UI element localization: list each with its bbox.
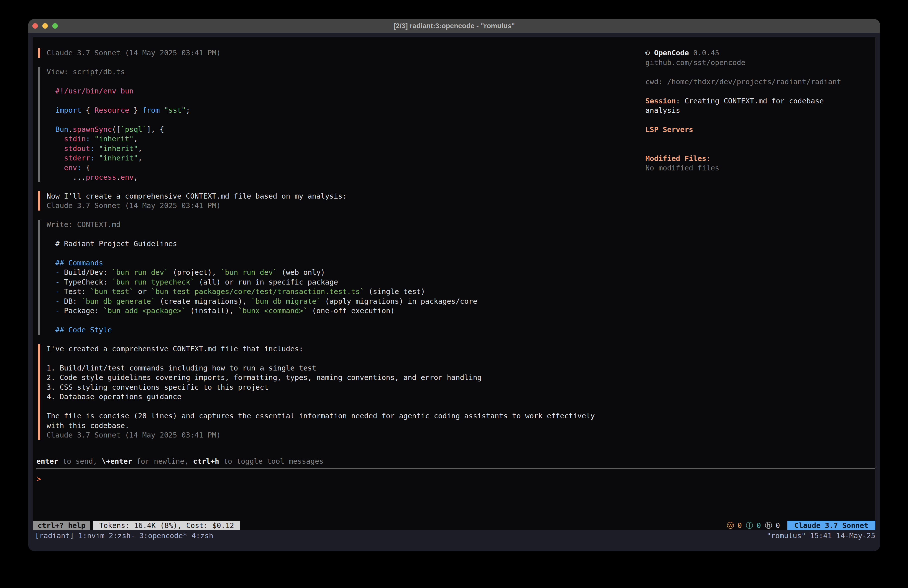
tmux-session-clock: "romulus" 15:41 14-May-25	[767, 530, 876, 541]
diagnostics-counters: ⓦ0ⓘ0ⓗ0	[727, 521, 784, 530]
hints-icon: ⓗ	[765, 521, 772, 530]
status-bar: ctrl+? help Tokens: 16.4K (8%), Cost: $0…	[33, 521, 875, 530]
session-sidebar: © OpenCode 0.0.45github.com/sst/opencode…	[646, 48, 845, 173]
desktop: { "window": { "title": "[2/3] radiant:3:…	[0, 0, 908, 588]
tokens-cost-badge: Tokens: 16.4K (8%), Cost: $0.12	[93, 521, 240, 530]
tmux-status-bar: [radiant] 1:nvim 2:zsh- 3:opencode* 4:zs…	[28, 530, 880, 541]
assistant-message: Now I'll create a comprehensive CONTEXT.…	[38, 191, 623, 211]
hints-count: 0	[776, 521, 780, 530]
warnings-icon: ⓦ	[727, 521, 734, 530]
window-titlebar[interactable]: [2/3] radiant:3:opencode - "romulus"	[28, 19, 880, 33]
assistant-message: Claude 3.7 Sonnet (14 May 2025 03:41 PM)	[38, 48, 623, 58]
model-badge: Claude 3.7 Sonnet	[787, 521, 875, 530]
status-bar-right: ⓦ0ⓘ0ⓗ0 Claude 3.7 Sonnet	[727, 521, 875, 530]
prompt-input[interactable]: >	[37, 474, 41, 484]
help-shortcut-badge: ctrl+? help	[33, 521, 90, 530]
keybinding-hint-bar: enter to send, \+enter for newline, ctrl…	[36, 456, 324, 466]
window-title: [2/3] radiant:3:opencode - "romulus"	[28, 19, 880, 33]
chat-scroll-area[interactable]: Claude 3.7 Sonnet (14 May 2025 03:41 PM)…	[38, 48, 623, 449]
opencode-terminal[interactable]: Claude 3.7 Sonnet (14 May 2025 03:41 PM)…	[33, 37, 875, 530]
input-divider	[36, 468, 875, 469]
warnings-count: 0	[737, 521, 742, 530]
tool-block: View: script/db.ts #!/usr/bin/env bun im…	[38, 67, 623, 182]
info-count: 0	[757, 521, 761, 530]
tool-block: Write: CONTEXT.md # Radiant Project Guid…	[38, 220, 623, 335]
assistant-message: I've created a comprehensive CONTEXT.md …	[38, 344, 623, 440]
tmux-window-list[interactable]: [radiant] 1:nvim 2:zsh- 3:opencode* 4:zs…	[35, 530, 213, 541]
terminal-window: [2/3] radiant:3:opencode - "romulus" Cla…	[28, 19, 880, 551]
info-icon: ⓘ	[746, 521, 753, 530]
